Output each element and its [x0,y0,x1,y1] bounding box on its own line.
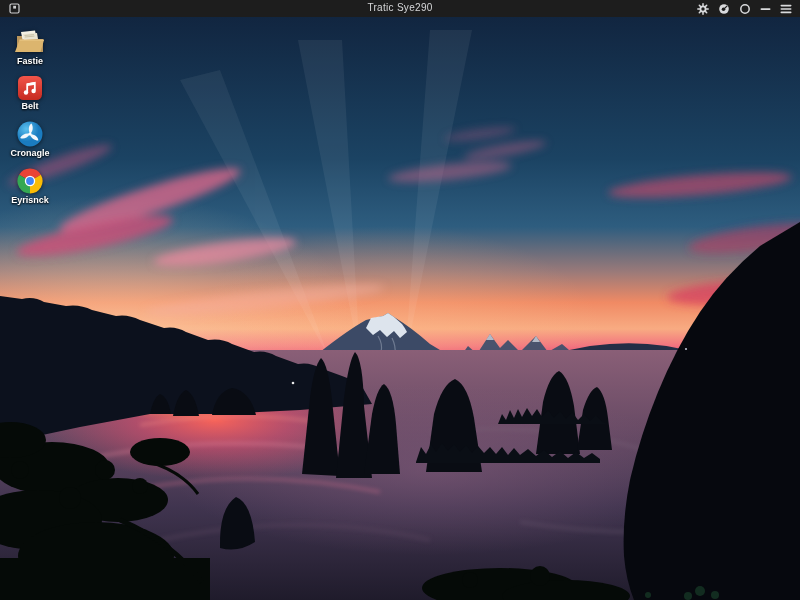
pinwheel-browser-icon [17,121,43,147]
music-note-icon [18,76,42,100]
desktop-icon-music[interactable]: Belt [2,76,58,112]
top-bar: Tratic Sye290 [0,0,800,17]
desktop-icon-label: Eyrisnck [11,196,49,206]
minimize-icon[interactable] [760,3,771,15]
desktop-icon-browser-chrome[interactable]: Eyrisnck [2,168,58,206]
desktop-icon-files[interactable]: Fastie [2,29,58,67]
desktop-icon-label: Cronagle [10,149,49,159]
desktop-icon-label: Fastie [17,57,43,67]
settings-gear-icon[interactable] [697,3,709,15]
record-circle-icon[interactable] [739,3,751,15]
desktop-icon-column: Fastie Belt [2,29,58,206]
desktop-icon-browser-blue[interactable]: Cronagle [2,121,58,159]
chrome-browser-icon [17,168,43,194]
menu-icon[interactable] [780,3,792,15]
desktop-icon-label: Belt [21,102,38,112]
folder-icon [14,29,46,55]
wallpaper-image [0,0,800,600]
window-title: Tratic Sye290 [0,2,800,13]
power-circle-icon[interactable] [718,3,730,15]
